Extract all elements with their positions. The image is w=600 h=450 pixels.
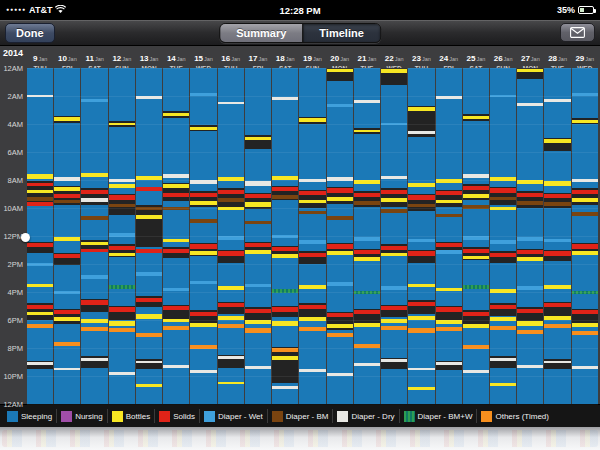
event-bmw[interactable] [463, 285, 489, 289]
event-dry[interactable] [245, 366, 271, 369]
event-others[interactable] [299, 327, 325, 331]
event-bottles[interactable] [327, 197, 353, 201]
event-wet[interactable] [544, 239, 570, 243]
event-dry[interactable] [517, 365, 543, 368]
event-bottles[interactable] [136, 215, 162, 219]
event-bottles[interactable] [163, 113, 189, 117]
event-bottles[interactable] [272, 321, 298, 325]
event-bm[interactable] [27, 197, 53, 201]
event-solids[interactable] [299, 191, 325, 195]
event-bm[interactable] [490, 197, 516, 201]
event-bottles[interactable] [190, 127, 216, 130]
event-others[interactable] [544, 324, 570, 328]
event-bm[interactable] [163, 207, 189, 211]
day-column[interactable]: 10JanFRI [54, 46, 80, 404]
tab-timeline[interactable]: Timeline [302, 24, 379, 42]
event-bottles[interactable] [463, 116, 489, 120]
event-wet[interactable] [27, 263, 53, 267]
event-solids[interactable] [299, 305, 325, 309]
event-solids[interactable] [190, 244, 216, 248]
event-bottles[interactable] [463, 324, 489, 328]
event-others[interactable] [463, 345, 489, 349]
day-column[interactable]: 22JanWED [381, 46, 407, 404]
event-wet[interactable] [327, 104, 353, 107]
day-column[interactable]: 27JanMON [517, 46, 543, 404]
event-bottles[interactable] [245, 320, 271, 324]
event-dry[interactable] [490, 358, 516, 361]
event-wet[interactable] [490, 95, 516, 98]
event-dry[interactable] [81, 198, 107, 202]
event-bm[interactable] [381, 209, 407, 213]
event-others[interactable] [354, 344, 380, 348]
event-solids[interactable] [81, 190, 107, 194]
event-solids[interactable] [218, 303, 244, 307]
event-solids[interactable] [572, 244, 598, 248]
event-solids[interactable] [490, 188, 516, 192]
day-column[interactable]: 18JanSAT [272, 46, 298, 404]
day-column[interactable]: 19JanSUN [299, 46, 325, 404]
day-column[interactable]: 29JanWED [572, 46, 598, 404]
event-bottles[interactable] [517, 321, 543, 325]
event-wet[interactable] [81, 275, 107, 279]
event-others[interactable] [408, 328, 434, 332]
event-bm[interactable] [218, 198, 244, 202]
event-solids[interactable] [218, 190, 244, 194]
event-dry[interactable] [136, 96, 162, 99]
event-bottles[interactable] [572, 323, 598, 327]
event-bottles[interactable] [544, 316, 570, 320]
event-solids[interactable] [299, 253, 325, 257]
event-bottles[interactable] [381, 253, 407, 257]
event-solids[interactable] [272, 247, 298, 251]
event-dry[interactable] [572, 179, 598, 183]
event-bottles[interactable] [190, 323, 216, 327]
day-column[interactable]: 13JanMON [136, 46, 162, 404]
event-wet[interactable] [517, 237, 543, 241]
event-dry[interactable] [190, 180, 216, 184]
event-bm[interactable] [136, 207, 162, 211]
event-bottles[interactable] [136, 384, 162, 387]
event-solids[interactable] [517, 193, 543, 197]
event-bottles[interactable] [544, 139, 570, 143]
event-bottles[interactable] [218, 207, 244, 211]
event-bm[interactable] [354, 201, 380, 205]
event-solids[interactable] [544, 194, 570, 198]
event-bottles[interactable] [54, 237, 80, 241]
day-column[interactable]: 21JanTUE [354, 46, 380, 404]
event-dry[interactable] [408, 131, 434, 134]
day-column[interactable]: 20JanMON [327, 46, 353, 404]
event-bottles[interactable] [408, 387, 434, 390]
event-solids[interactable] [544, 251, 570, 255]
event-bmw[interactable] [109, 285, 135, 289]
event-bottles[interactable] [81, 242, 107, 246]
email-report-button[interactable] [560, 23, 595, 42]
event-dry[interactable] [81, 358, 107, 361]
event-solids[interactable] [572, 310, 598, 314]
event-bottles[interactable] [572, 251, 598, 255]
timeline-overview-scrubber[interactable] [0, 427, 600, 450]
day-column[interactable]: 16JanTHU [218, 46, 244, 404]
event-bottles[interactable] [544, 285, 570, 289]
event-others[interactable] [81, 327, 107, 331]
event-wet[interactable] [299, 240, 325, 244]
event-solids[interactable] [408, 251, 434, 255]
event-bm[interactable] [299, 211, 325, 215]
event-dry[interactable] [218, 356, 244, 359]
event-bottles[interactable] [245, 137, 271, 141]
event-solids[interactable] [27, 305, 53, 309]
event-bottles[interactable] [463, 256, 489, 260]
event-others[interactable] [245, 328, 271, 332]
event-dry[interactable] [572, 366, 598, 369]
event-wet[interactable] [54, 291, 80, 295]
event-others[interactable] [27, 324, 53, 328]
event-solids[interactable] [463, 249, 489, 253]
event-wet[interactable] [572, 93, 598, 96]
day-column[interactable]: 28JanTUE [544, 46, 570, 404]
event-bottles[interactable] [436, 200, 462, 204]
event-others[interactable] [517, 330, 543, 334]
event-bottles[interactable] [54, 187, 80, 191]
event-dry[interactable] [354, 100, 380, 103]
event-solids[interactable] [354, 250, 380, 254]
event-others[interactable] [572, 331, 598, 335]
event-dry[interactable] [544, 99, 570, 102]
event-bottles[interactable] [54, 317, 80, 321]
